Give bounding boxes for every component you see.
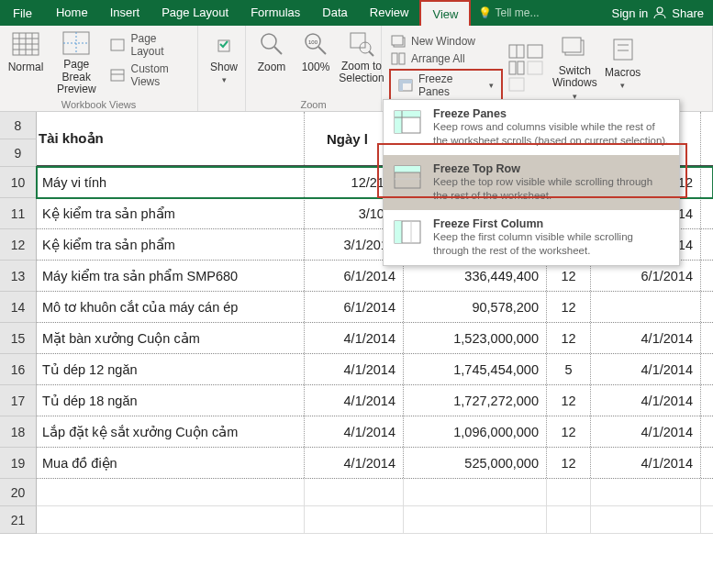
cell[interactable]: Kệ kiểm tra sản phẩm bbox=[37, 198, 305, 228]
table-row[interactable]: Tủ dép 12 ngăn4/1/20141,745,454,00054/1/… bbox=[37, 354, 713, 385]
cell[interactable]: 1,745,454,000 bbox=[404, 354, 547, 384]
cell[interactable]: 4/1/2014 bbox=[591, 323, 701, 353]
hide-icon[interactable] bbox=[527, 44, 543, 59]
cell[interactable]: Lắp đặt kệ sắt xưởng Cuộn cảm bbox=[37, 416, 305, 447]
cell[interactable]: 4/1/2014 bbox=[305, 354, 404, 384]
cell[interactable]: Máy kiểm tra sản phẩm SMP680 bbox=[37, 261, 305, 291]
cell[interactable]: Mô tơ khuôn cắt của máy cán ép bbox=[37, 292, 305, 322]
cell[interactable]: Mua đồ điện bbox=[37, 448, 305, 478]
cell[interactable]: 12 bbox=[547, 416, 591, 447]
zoom-to-selection-button[interactable]: Zoom to Selection bbox=[338, 28, 385, 97]
row-header[interactable]: 9 bbox=[0, 139, 37, 167]
tab-view[interactable]: View bbox=[419, 0, 471, 26]
tab-formulas[interactable]: Formulas bbox=[240, 0, 311, 26]
chevron-down-icon: ▾ bbox=[222, 75, 227, 84]
cell[interactable]: 12 bbox=[547, 385, 591, 416]
cell[interactable]: 90,578,200 bbox=[404, 292, 547, 322]
cell[interactable]: 12 bbox=[547, 292, 591, 322]
cell[interactable]: Máy vi tính bbox=[37, 167, 305, 197]
cell[interactable]: 4/1/2014 bbox=[305, 416, 404, 447]
row-headers: 8 9 10 11 12 13 14 15 16 17 18 19 20 21 bbox=[0, 112, 37, 588]
table-row[interactable]: Mua đồ điện4/1/2014525,000,000124/1/2014 bbox=[37, 448, 713, 479]
cell[interactable]: 4/1/2014 bbox=[591, 354, 701, 384]
sync-scroll-icon[interactable] bbox=[527, 61, 543, 75]
row-header[interactable]: 16 bbox=[0, 354, 37, 385]
col-header[interactable]: Tài khoản bbox=[37, 112, 305, 165]
reset-window-icon[interactable] bbox=[508, 77, 525, 92]
tab-review[interactable]: Review bbox=[359, 0, 420, 26]
tab-page-layout[interactable]: Page Layout bbox=[150, 0, 240, 26]
cell[interactable]: Tủ dép 18 ngăn bbox=[37, 385, 305, 416]
cell[interactable] bbox=[591, 292, 701, 322]
freeze-panes-menu-item[interactable]: Freeze Panes Keep rows and columns visib… bbox=[384, 100, 679, 155]
cell[interactable]: 1,727,272,000 bbox=[404, 385, 547, 416]
custom-views-icon bbox=[110, 69, 125, 82]
hundred-percent-button[interactable]: 100 100% bbox=[294, 28, 338, 97]
row-header[interactable]: 20 bbox=[0, 479, 37, 506]
switch-windows-button[interactable]: Switch Windows ▾ bbox=[549, 33, 601, 103]
row-header[interactable]: 19 bbox=[0, 448, 37, 479]
macros-button[interactable]: Macros ▾ bbox=[601, 33, 645, 103]
tab-insert[interactable]: Insert bbox=[99, 0, 151, 26]
cell[interactable]: 12 bbox=[547, 323, 591, 353]
chevron-down-icon: ▾ bbox=[620, 81, 625, 90]
show-button[interactable]: Show ▾ bbox=[202, 28, 246, 97]
split-icon[interactable] bbox=[508, 44, 525, 59]
table-row[interactable]: Tủ dép 18 ngăn4/1/20141,727,272,000124/1… bbox=[37, 385, 713, 416]
cell[interactable]: 4/1/2014 bbox=[591, 448, 701, 478]
cell[interactable]: 5 bbox=[547, 354, 591, 384]
row-header[interactable]: 11 bbox=[0, 198, 37, 229]
cell[interactable]: Tủ dép 12 ngăn bbox=[37, 354, 305, 384]
cell[interactable]: 4/1/2014 bbox=[591, 416, 701, 447]
tab-home[interactable]: Home bbox=[45, 0, 99, 26]
tell-me[interactable]: 💡 Tell me... bbox=[471, 6, 546, 19]
table-row[interactable]: Lắp đặt kệ sắt xưởng Cuộn cảm4/1/20141,0… bbox=[37, 416, 713, 448]
freeze-top-row-menu-item[interactable]: Freeze Top Row Keep the top row visible … bbox=[384, 155, 679, 210]
new-window-button[interactable]: New Window bbox=[387, 34, 503, 49]
arrange-all-button[interactable]: Arrange All bbox=[387, 51, 503, 66]
row-header[interactable]: 21 bbox=[0, 506, 37, 534]
freeze-panes-icon bbox=[398, 79, 413, 92]
table-row[interactable] bbox=[37, 479, 713, 506]
cell[interactable]: 525,000,000 bbox=[404, 448, 547, 478]
row-header[interactable]: 10 bbox=[0, 167, 37, 198]
row-header[interactable]: 12 bbox=[0, 229, 37, 261]
cell[interactable]: 4/1/2014 bbox=[305, 448, 404, 478]
svg-rect-26 bbox=[399, 53, 405, 64]
row-header[interactable]: 15 bbox=[0, 323, 37, 354]
group-label: Workbook Views bbox=[4, 97, 194, 112]
sign-in[interactable]: Sign in Share bbox=[603, 5, 713, 21]
cell[interactable]: 6/1/2014 bbox=[305, 292, 404, 322]
page-layout-button[interactable]: Page Layout bbox=[106, 31, 192, 59]
cell[interactable]: Mặt bàn xưởng Cuộn cảm bbox=[37, 323, 305, 353]
table-row[interactable]: Mặt bàn xưởng Cuộn cảm4/1/20141,523,000,… bbox=[37, 323, 713, 354]
zoom-button[interactable]: Zoom bbox=[250, 28, 294, 97]
cell[interactable]: 4/1/2014 bbox=[305, 385, 404, 416]
row-header[interactable]: 8 bbox=[0, 112, 37, 139]
page-layout-icon bbox=[110, 39, 125, 51]
file-button[interactable]: File bbox=[0, 6, 45, 20]
cell[interactable]: Kệ kiểm tra sản phẩm bbox=[37, 229, 305, 260]
titlebar: File Home Insert Page Layout Formulas Da… bbox=[0, 0, 713, 26]
table-row[interactable]: Mô tơ khuôn cắt của máy cán ép6/1/201490… bbox=[37, 292, 713, 323]
row-header[interactable]: 17 bbox=[0, 385, 37, 416]
page-break-preview-button[interactable]: Page Break Preview bbox=[48, 28, 105, 97]
row-header[interactable]: 14 bbox=[0, 292, 37, 323]
freeze-first-column-menu-item[interactable]: Freeze First Column Keep the first colum… bbox=[384, 210, 679, 265]
row-header[interactable]: 13 bbox=[0, 261, 37, 292]
cell[interactable]: 1,096,000,000 bbox=[404, 416, 547, 447]
cell[interactable]: 4/1/2014 bbox=[305, 323, 404, 353]
group-show: Show ▾ bbox=[198, 26, 246, 111]
row-header[interactable]: 18 bbox=[0, 416, 37, 448]
cell[interactable]: 1,523,000,000 bbox=[404, 323, 547, 353]
cell[interactable]: 4/1/2014 bbox=[591, 385, 701, 416]
tab-data[interactable]: Data bbox=[311, 0, 358, 26]
cell[interactable]: 12 bbox=[547, 448, 591, 478]
normal-view-button[interactable]: Normal bbox=[4, 28, 48, 97]
svg-rect-25 bbox=[392, 53, 397, 64]
table-row[interactable] bbox=[37, 506, 713, 534]
view-side-icon[interactable] bbox=[508, 61, 525, 75]
freeze-panes-button[interactable]: Freeze Panes ▾ bbox=[395, 71, 497, 100]
custom-views-button[interactable]: Custom Views bbox=[106, 61, 192, 89]
macros-icon bbox=[608, 35, 638, 64]
